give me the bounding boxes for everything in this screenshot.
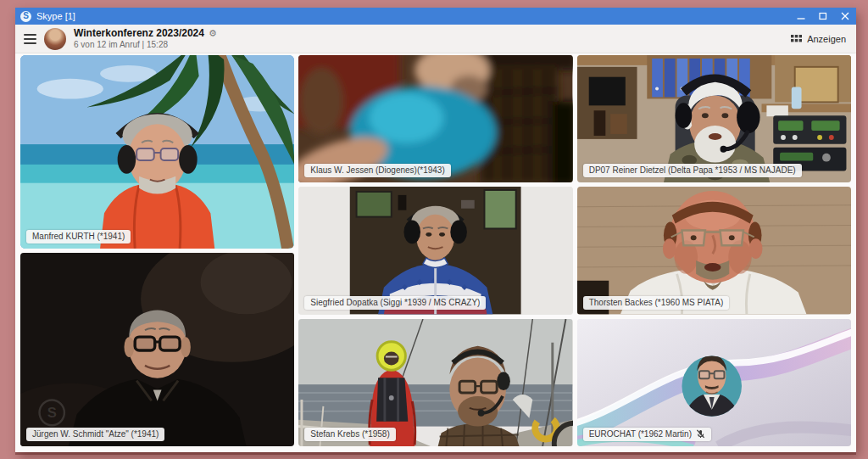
close-icon xyxy=(841,12,849,20)
view-button-label: Anzeigen xyxy=(807,34,846,44)
maximize-icon xyxy=(819,12,827,20)
participant-name-label: DP07 Reiner Dietzel (Delta Papa *1953 / … xyxy=(583,164,802,177)
participant-name-label: Siegfried Dopatka (Siggi *1939 / MS CRAZ… xyxy=(304,296,486,310)
participant-name: Thorsten Backes (*1960 MS PIATA) xyxy=(589,298,724,307)
conference-avatar[interactable] xyxy=(44,28,66,50)
juergen-video: S xyxy=(20,253,294,446)
manfred-video xyxy=(20,55,294,249)
minimize-button[interactable] xyxy=(797,12,805,20)
window-title: Skype [1] xyxy=(36,11,75,21)
participant-name-label: Manfred KURTH (*1941) xyxy=(26,230,131,243)
video-tile-eurochat[interactable]: EUROCHAT (*1962 Martin) xyxy=(577,319,851,446)
video-tile-siegfried[interactable]: Siegfried Dopatka (Siggi *1939 / MS CRAZ… xyxy=(298,187,572,314)
gallery-grid-icon xyxy=(791,33,802,44)
minimize-icon xyxy=(797,12,805,20)
gear-icon[interactable]: ⚙ xyxy=(209,28,217,39)
video-tile-reiner[interactable]: DP07 Reiner Dietzel (Delta Papa *1953 / … xyxy=(577,55,851,182)
skype-watermark-icon: S xyxy=(47,405,57,421)
video-tile-klaus[interactable]: Klaus W. Jessen (Diogenes)(*1943) xyxy=(298,55,572,182)
video-grid: Manfred KURTH (*1941) xyxy=(15,53,856,452)
participant-name-label: Stefan Krebs (*1958) xyxy=(304,428,395,441)
video-tile-stefan[interactable]: Stefan Krebs (*1958) xyxy=(298,319,572,446)
participant-name-label: EUROCHAT (*1962 Martin) xyxy=(583,428,711,441)
participant-name-label: Klaus W. Jessen (Diogenes)(*1943) xyxy=(304,164,450,177)
participant-name: DP07 Reiner Dietzel (Delta Papa *1953 / … xyxy=(589,165,796,175)
call-status: 6 von 12 im Anruf | 15:28 xyxy=(74,40,217,50)
conference-title: Winterkonferenz 2023/2024 xyxy=(74,27,204,39)
menu-button[interactable] xyxy=(24,34,36,44)
video-tile-thorsten[interactable]: Thorsten Backes (*1960 MS PIATA) xyxy=(577,187,851,314)
skype-window: S Skype [1] Winterkonferenz 2023/2024 ⚙ … xyxy=(15,8,856,452)
video-tile-manfred[interactable]: Manfred KURTH (*1941) xyxy=(20,55,294,249)
window-titlebar: S Skype [1] xyxy=(15,8,856,25)
skype-logo-icon: S xyxy=(20,11,31,22)
participant-name: EUROCHAT (*1962 Martin) xyxy=(589,429,692,439)
participant-name: Siegfried Dopatka (Siggi *1939 / MS CRAZ… xyxy=(310,298,480,307)
video-tile-juergen[interactable]: S Jürgen W. Schmidt "Atze" (*1941) xyxy=(20,253,294,446)
participant-name: Manfred KURTH (*1941) xyxy=(32,232,125,241)
call-header: Winterkonferenz 2023/2024 ⚙ 6 von 12 im … xyxy=(15,25,856,53)
view-button[interactable]: Anzeigen xyxy=(791,33,846,44)
participant-name: Klaus W. Jessen (Diogenes)(*1943) xyxy=(310,165,444,175)
mic-muted-icon xyxy=(696,429,705,439)
participant-name: Jürgen W. Schmidt "Atze" (*1941) xyxy=(32,429,159,439)
maximize-button[interactable] xyxy=(819,12,827,20)
participant-name-label: Thorsten Backes (*1960 MS PIATA) xyxy=(583,296,730,310)
participant-name: Stefan Krebs (*1958) xyxy=(310,429,389,439)
participant-name-label: Jürgen W. Schmidt "Atze" (*1941) xyxy=(26,428,164,441)
close-button[interactable] xyxy=(841,12,849,20)
